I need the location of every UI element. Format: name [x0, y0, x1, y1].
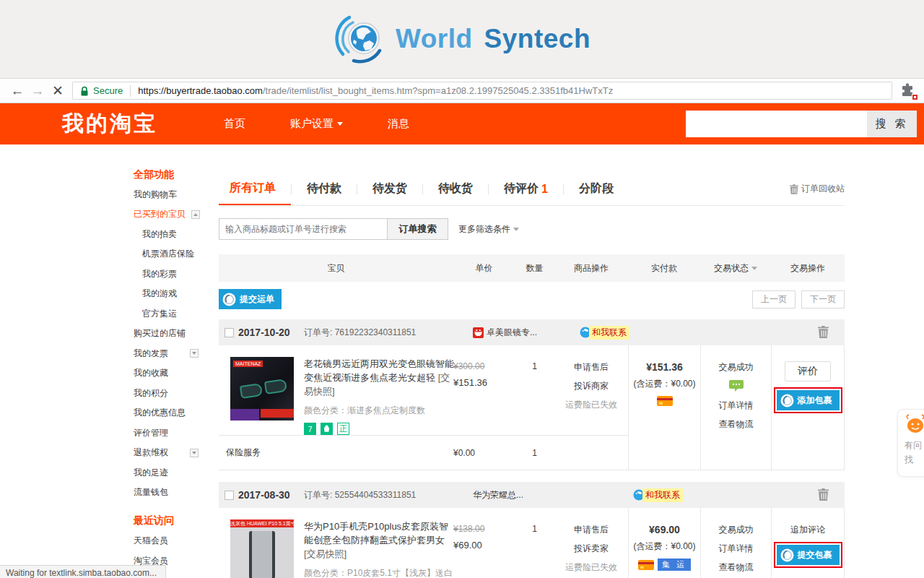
- header-search: 搜 索: [686, 111, 917, 137]
- order-date: 2017-08-30: [238, 489, 290, 501]
- order-search-button[interactable]: 订单搜索: [388, 218, 448, 240]
- trash-icon: [790, 184, 798, 194]
- sidebar-item-official-consolidation[interactable]: 官方集运: [134, 304, 219, 324]
- back-button[interactable]: ←: [7, 84, 27, 98]
- url-box[interactable]: Secure https://buyertrade.taobao.com/tra…: [72, 82, 892, 100]
- append-review-link[interactable]: 追加评论: [790, 525, 825, 535]
- chevron-down-icon: [751, 267, 757, 270]
- header-search-button[interactable]: 搜 索: [867, 111, 917, 137]
- nav-account-settings[interactable]: 账户设置: [290, 117, 343, 131]
- my-taobao-logo[interactable]: 我的淘宝: [62, 109, 157, 139]
- sidebar-item-points[interactable]: 我的积分: [134, 384, 219, 404]
- globe-button-icon: [780, 394, 794, 407]
- sidebar-item-tmall-member[interactable]: 天猫会员: [134, 531, 219, 551]
- sidebar-item-lottery[interactable]: 我的彩票: [134, 264, 219, 285]
- contact-seller[interactable]: 和我联系: [633, 488, 683, 502]
- sidebar-item-invoices[interactable]: 我的发票: [134, 344, 219, 364]
- sidebar-item-footprints[interactable]: 我的足迹: [134, 463, 219, 483]
- contact-seller[interactable]: 和我联系: [580, 326, 629, 340]
- submit-package-button[interactable]: 提交包裹: [777, 545, 840, 565]
- logo-word-world: World: [396, 24, 473, 54]
- apply-aftersale-link[interactable]: 申请售后: [554, 361, 628, 374]
- submit-waybill-button[interactable]: 提交运单: [219, 289, 282, 309]
- globe-button-icon: [780, 548, 794, 562]
- paid-cell: ¥151.36 (含运费：¥0.00): [628, 345, 700, 470]
- next-page-button[interactable]: 下一页: [801, 290, 845, 309]
- review-button[interactable]: 评价: [785, 361, 831, 381]
- product-sku: 颜色分类：P10皮套5.1寸【浅灰】送白色 [钢化膜]: [304, 567, 459, 578]
- order-detail-link[interactable]: 订单详情: [701, 543, 771, 555]
- tab-pending-payment[interactable]: 待付款: [292, 173, 357, 205]
- shop-link[interactable]: 华为荣耀总...: [473, 489, 523, 501]
- delete-order-button[interactable]: [818, 488, 829, 503]
- nav-messages[interactable]: 消息: [388, 117, 409, 131]
- stop-button[interactable]: ✕: [48, 84, 68, 98]
- apply-aftersale-link[interactable]: 申请售后: [554, 524, 628, 536]
- sidebar-item-data-wallet[interactable]: 流量钱包: [134, 483, 219, 503]
- order-checkbox[interactable]: [225, 328, 234, 337]
- expand-icon[interactable]: [190, 349, 199, 358]
- more-filters-link[interactable]: 更多筛选条件: [458, 223, 519, 236]
- sidebar-item-review-management[interactable]: 评价管理: [134, 423, 219, 444]
- complain-seller-link[interactable]: 投诉商家: [554, 380, 628, 392]
- sidebar-item-favorites[interactable]: 我的收藏: [134, 363, 219, 384]
- collapse-icon[interactable]: [191, 210, 200, 219]
- insurance-qty: 1: [515, 448, 554, 458]
- expand-icon[interactable]: [190, 449, 199, 457]
- nav-home[interactable]: 首页: [224, 117, 245, 131]
- sidebar-item-flight-hotel-insurance[interactable]: 机票酒店保险: [134, 244, 219, 264]
- sidebar-item-bought-items[interactable]: 已买到的宝贝: [134, 204, 219, 225]
- product-title[interactable]: 老花镜男远近两用双光变色眼镜智能变焦近视渐进多焦点老光女超轻 [交易快照]: [304, 357, 456, 398]
- tab-pending-receipt[interactable]: 待收货: [423, 173, 488, 205]
- payment-card-icon: [638, 560, 654, 570]
- customer-service-floater[interactable]: 有问 找: [897, 409, 924, 477]
- sidebar-section-all-functions: 全部功能: [134, 165, 219, 185]
- prev-page-button[interactable]: 上一页: [752, 290, 796, 309]
- order-detail-link[interactable]: 订单详情: [701, 400, 771, 412]
- shop-link[interactable]: 卓美眼镜专...: [473, 327, 537, 339]
- sidebar-item-cart[interactable]: 我的购物车: [134, 185, 219, 205]
- sidebar-item-coupons[interactable]: 我的优惠信息: [134, 403, 219, 423]
- trade-status: 交易成功: [701, 524, 771, 536]
- order-header: 2017-08-30 订单号: 52554404533311851 华为荣耀总.…: [219, 482, 845, 508]
- tab-pending-review[interactable]: 待评价1: [489, 173, 563, 205]
- product-title[interactable]: 华为P10手机壳P10plus皮套原装智能创意全包防摔翻盖式保护套男女 [交易快…: [304, 519, 456, 561]
- delete-order-button[interactable]: [818, 326, 829, 340]
- extension-button[interactable]: [899, 82, 917, 100]
- sidebar-item-refunds[interactable]: 退款维权: [134, 443, 219, 463]
- view-logistics-link[interactable]: 查看物流: [701, 418, 771, 431]
- col-header-quantity: 数量: [515, 262, 554, 275]
- sidebar-item-games[interactable]: 我的游戏: [134, 284, 219, 304]
- product-image[interactable]: MAITENAZ: [230, 357, 294, 420]
- header-search-input[interactable]: [686, 111, 867, 137]
- original-price: ¥300.00: [453, 361, 515, 371]
- quantity-cell: 1: [515, 357, 554, 435]
- sidebar: 全部功能 我的购物车 已买到的宝贝 我的拍卖 机票酒店保险 我的彩票 我的游戏 …: [134, 165, 219, 571]
- shipping-fee: (含运费：¥0.00): [629, 540, 700, 553]
- rate-chat-icon[interactable]: [701, 380, 771, 394]
- consolidation-badge[interactable]: 集 运: [658, 558, 691, 571]
- toolbar: 提交运单 上一页 下一页: [219, 289, 845, 309]
- paid-amount: ¥69.00: [629, 524, 700, 535]
- sidebar-item-shops-visited[interactable]: 购买过的店铺: [134, 324, 219, 344]
- url-path: /trade/itemlist/list_bought_items.htm?sp…: [263, 85, 613, 96]
- order-checkbox[interactable]: [225, 491, 234, 500]
- order-recycle-bin[interactable]: 订单回收站: [790, 183, 845, 195]
- complain-seller-link[interactable]: 投诉卖家: [554, 543, 628, 555]
- tab-all-orders[interactable]: 所有订单: [219, 173, 291, 205]
- add-package-button[interactable]: 添加包裹: [777, 390, 840, 410]
- screen: World Syntech ← → ✕ Secure https://buyer…: [0, 0, 924, 578]
- col-header-status[interactable]: 交易状态: [700, 262, 771, 275]
- filter-row: 订单搜索 更多筛选条件: [219, 218, 845, 240]
- seven-day-return-icon: 7: [304, 423, 316, 435]
- product-image[interactable]: 浅灰色 HUAWEI P10 5.1英寸: [230, 519, 294, 578]
- forward-button[interactable]: →: [27, 84, 48, 98]
- quantity-cell: 1: [515, 519, 554, 578]
- view-logistics-link[interactable]: 查看物流: [701, 561, 771, 574]
- trade-snapshot-link[interactable]: [交易快照]: [304, 548, 346, 559]
- shipping-fee: (含运费：¥0.00): [629, 378, 700, 390]
- tab-pending-shipment[interactable]: 待发货: [357, 173, 422, 205]
- order-search-input[interactable]: [219, 218, 388, 240]
- sidebar-item-auctions[interactable]: 我的拍卖: [134, 225, 219, 245]
- tab-staged[interactable]: 分阶段: [564, 173, 629, 205]
